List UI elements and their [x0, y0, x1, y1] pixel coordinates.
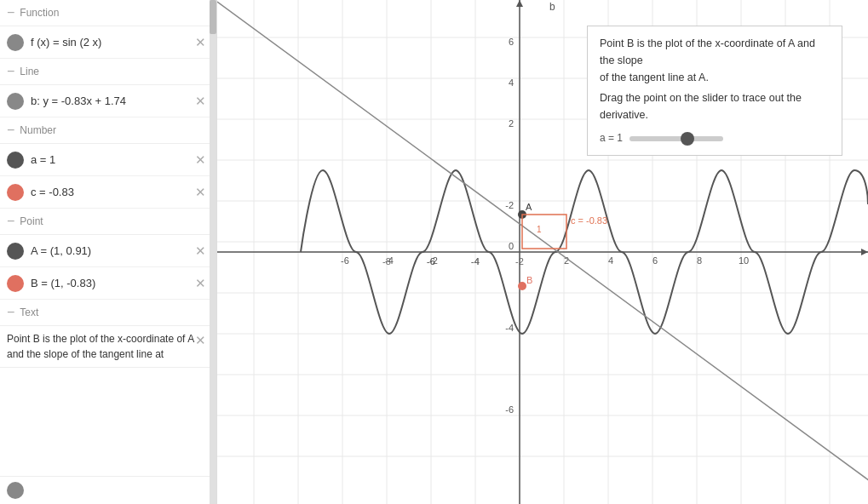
svg-text:6: 6 [509, 37, 514, 47]
slider-thumb[interactable] [681, 132, 694, 146]
svg-text:10: 10 [739, 255, 749, 266]
collapse-line[interactable]: − [7, 64, 14, 79]
slider-label: a = 1 [600, 130, 623, 146]
svg-text:0: 0 [509, 241, 514, 251]
label-B: B = (1, -0.83) [31, 277, 185, 289]
point-A-label: A [526, 202, 532, 212]
svg-text:-2: -2 [429, 255, 438, 266]
bottom-dot[interactable] [7, 482, 24, 499]
svg-text:-4: -4 [471, 256, 480, 266]
info-box: Point B is the plot of the x-coordinate … [587, 26, 842, 156]
close-text[interactable]: ✕ [192, 331, 210, 350]
function-item-fx: f (x) = sin (2 x) ✕ [0, 26, 216, 59]
close-A[interactable]: ✕ [192, 242, 210, 261]
label-line-b: b: y = -0.83x + 1.74 [31, 94, 185, 107]
line-item-b: b: y = -0.83x + 1.74 ✕ [0, 85, 216, 117]
dot-a[interactable] [7, 152, 24, 169]
svg-text:4: 4 [509, 77, 514, 88]
svg-text:-2: -2 [505, 200, 514, 210]
c-label: c = -0.83 [571, 215, 607, 226]
section-function: − Function [0, 0, 216, 26]
svg-text:2: 2 [509, 118, 514, 129]
section-line-label: Line [20, 66, 39, 77]
text-content: Point B is the plot of the x-coordinate … [7, 331, 210, 362]
point-B-label: B [526, 275, 532, 285]
section-text: − Text [0, 300, 216, 326]
dot-c[interactable] [7, 184, 24, 201]
slider-track[interactable] [629, 136, 723, 141]
close-a[interactable]: ✕ [192, 151, 210, 169]
sidebar-scrollbar[interactable] [210, 0, 216, 504]
section-point-label: Point [20, 215, 43, 227]
svg-text:4: 4 [608, 255, 613, 266]
svg-text:8: 8 [697, 255, 702, 266]
collapse-function[interactable]: − [7, 5, 14, 20]
collapse-point[interactable]: − [7, 214, 14, 229]
sidebar-scrollbar-thumb[interactable] [210, 0, 216, 34]
dot-line-b[interactable] [7, 93, 24, 110]
section-function-label: Function [20, 7, 59, 19]
svg-text:-6: -6 [341, 255, 349, 266]
info-line1: Point B is the plot of the x-coordinate … [600, 35, 830, 69]
section-number: − Number [0, 117, 216, 144]
section-text-label: Text [20, 306, 38, 318]
close-B[interactable]: ✕ [192, 274, 210, 293]
sidebar: − Function f (x) = sin (2 x) ✕ − Line b:… [0, 0, 217, 504]
svg-text:-4: -4 [385, 255, 394, 266]
slider-container: a = 1 [600, 130, 830, 146]
number-item-c: c = -0.83 ✕ [0, 176, 216, 209]
dot-A[interactable] [7, 243, 24, 260]
label-fx: f (x) = sin (2 x) [31, 36, 185, 49]
close-c[interactable]: ✕ [192, 183, 210, 202]
section-line: − Line [0, 59, 216, 85]
svg-text:6: 6 [652, 255, 658, 266]
point-item-A: A = (1, 0.91) ✕ [0, 235, 216, 267]
graph-area: -6 -4 -8 -6 -4 -2 -6 -4 -2 2 4 6 8 10 6 … [217, 0, 868, 504]
dot-B[interactable] [7, 275, 24, 292]
section-point: − Point [0, 209, 216, 235]
close-fx[interactable]: ✕ [192, 33, 210, 52]
number-item-a: a = 1 ✕ [0, 144, 216, 176]
svg-text:-2: -2 [515, 256, 524, 266]
svg-text:-6: -6 [505, 404, 514, 415]
label-A: A = (1, 0.91) [31, 244, 185, 257]
point-item-B: B = (1, -0.83) ✕ [0, 267, 216, 300]
info-line2: of the tangent line at A. [600, 69, 830, 86]
close-line-b[interactable]: ✕ [192, 92, 210, 111]
label-c: c = -0.83 [31, 186, 185, 198]
info-line3: Drag the point on the slider to trace ou… [600, 89, 830, 123]
section-number-label: Number [20, 124, 56, 136]
collapse-number[interactable]: − [7, 123, 14, 138]
svg-text:-4: -4 [505, 323, 514, 333]
line-b-label: b [549, 1, 555, 13]
collapse-text[interactable]: − [7, 305, 14, 320]
slope-label-1: 1 [537, 225, 542, 234]
label-a: a = 1 [31, 153, 185, 166]
dot-fx[interactable] [7, 34, 24, 51]
point-B-dot[interactable] [518, 282, 526, 290]
